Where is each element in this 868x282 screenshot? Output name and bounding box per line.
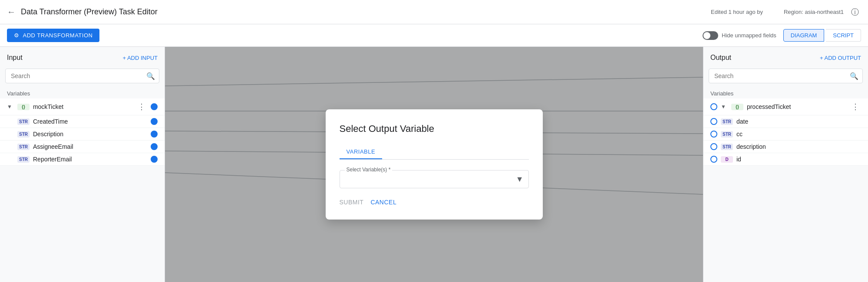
output-child-connector-2[interactable] (710, 143, 717, 150)
child-connector-1[interactable] (151, 131, 158, 138)
modal-tab-bar: VARIABLE (340, 145, 529, 160)
region-label: Region: asia-northeast1 (784, 9, 844, 15)
child-var-main: STR AssigneeEmail (17, 143, 147, 150)
modal-overlay: Select Output Variable VARIABLE Select V… (165, 47, 703, 282)
diagram-button[interactable]: DIAGRAM (783, 29, 825, 42)
back-button[interactable]: ← (7, 7, 16, 17)
output-child-vars: STR date STR cc STR description (703, 115, 868, 166)
child-var-type: STR (17, 144, 30, 150)
list-item: STR ReporterEmail (0, 153, 165, 166)
cancel-button[interactable]: CANCEL (370, 199, 396, 206)
list-item: D id (703, 153, 868, 166)
child-var-main: STR ReporterEmail (17, 156, 147, 163)
input-search-input[interactable] (5, 69, 159, 83)
root-var-type: {} (17, 104, 30, 110)
root-var-name: mockTicket (33, 103, 63, 110)
child-connector-2[interactable] (151, 143, 158, 150)
variable-field-group: Select Variable(s) * ▼ (340, 170, 529, 188)
view-toggle: DIAGRAM SCRIPT (783, 29, 861, 42)
output-child-main: D id (721, 156, 861, 163)
script-button[interactable]: SCRIPT (826, 29, 861, 42)
child-var-main: STR CreatedTime (17, 118, 147, 125)
info-button[interactable]: ⓘ (849, 6, 861, 18)
output-child-connector-0[interactable] (710, 118, 717, 125)
output-root-var-main: ▼ {} processedTicket (721, 103, 850, 110)
main-content: Input + ADD INPUT 🔍 Variables ▼ {} mockT… (0, 47, 868, 282)
toggle-knob (703, 32, 710, 39)
output-child-name: cc (736, 131, 743, 138)
output-root-name: processedTicket (747, 103, 791, 110)
input-variables-label: Variables (0, 87, 165, 98)
output-search-box: 🔍 (709, 69, 863, 83)
output-root-more-button[interactable]: ⋮ (850, 101, 861, 112)
output-child-type: D (721, 156, 733, 163)
modal-dialog: Select Output Variable VARIABLE Select V… (326, 109, 543, 220)
add-output-button[interactable]: + ADD OUTPUT (820, 55, 861, 61)
output-child-name: date (736, 118, 748, 125)
add-transformation-button[interactable]: ⚙ ADD TRANSFORMATION (7, 29, 99, 42)
top-bar: ← Data Transformer (Preview) Task Editor… (0, 0, 868, 24)
child-var-name: ReporterEmail (33, 156, 72, 163)
add-input-button[interactable]: + ADD INPUT (122, 55, 158, 61)
root-var-connector[interactable] (151, 103, 158, 110)
list-item: STR cc (703, 128, 868, 141)
list-item: STR AssigneeEmail (0, 141, 165, 153)
collapse-arrow[interactable]: ▼ (7, 104, 12, 110)
input-panel-header: Input + ADD INPUT (0, 47, 165, 65)
list-item: STR Description (0, 128, 165, 141)
output-root-type: {} (731, 104, 743, 110)
collapse-arrow-right[interactable]: ▼ (721, 104, 726, 110)
submit-button[interactable]: SUBMIT (340, 199, 364, 206)
input-search-box: 🔍 (5, 69, 159, 83)
child-var-name: Description (33, 131, 63, 138)
center-area: Select Output Variable VARIABLE Select V… (165, 47, 703, 282)
input-root-var: ▼ {} mockTicket ⋮ (0, 98, 165, 115)
list-item: STR date (703, 115, 868, 128)
toolbar-right: Hide unmapped fields DIAGRAM SCRIPT (703, 29, 861, 42)
child-var-name: CreatedTime (33, 118, 68, 125)
input-root-var-main: ▼ {} mockTicket (7, 103, 136, 110)
child-connector-3[interactable] (151, 156, 158, 163)
child-var-name: AssigneeEmail (33, 143, 73, 150)
output-root-var: ▼ {} processedTicket ⋮ (703, 98, 868, 115)
output-variables-label: Variables (703, 87, 868, 98)
hide-unmapped-label: Hide unmapped fields (722, 32, 776, 39)
child-var-type: STR (17, 156, 30, 163)
input-panel: Input + ADD INPUT 🔍 Variables ▼ {} mockT… (0, 47, 165, 282)
hide-unmapped-toggle: Hide unmapped fields (703, 31, 776, 40)
output-panel-title: Output (710, 54, 731, 62)
back-icon: ← (7, 7, 16, 17)
output-root-connector[interactable] (710, 103, 717, 110)
field-label: Select Variable(s) * (345, 167, 393, 173)
toggle-switch[interactable] (703, 31, 718, 40)
child-var-main: STR Description (17, 131, 147, 138)
variable-select[interactable] (340, 170, 529, 188)
output-child-main: STR date (721, 118, 861, 125)
child-connector-0[interactable] (151, 118, 158, 125)
info-icon: ⓘ (851, 7, 859, 17)
output-child-main: STR description (721, 143, 861, 150)
child-var-type: STR (17, 131, 30, 138)
input-panel-title: Input (7, 54, 23, 62)
page-title: Data Transformer (Preview) Task Editor (21, 7, 366, 16)
output-child-type: STR (721, 118, 733, 125)
output-child-connector-3[interactable] (710, 156, 717, 163)
output-child-name: id (736, 156, 741, 163)
modal-actions: SUBMIT CANCEL (340, 199, 529, 206)
output-panel-header: Output + ADD OUTPUT (703, 47, 868, 65)
output-panel: Output + ADD OUTPUT 🔍 Variables ▼ {} pro… (703, 47, 868, 282)
modal-title: Select Output Variable (340, 123, 529, 134)
output-child-connector-1[interactable] (710, 131, 717, 138)
search-icon-right: 🔍 (850, 72, 858, 80)
edited-meta: Edited 1 hour ago by (711, 9, 763, 15)
output-child-type: STR (721, 131, 733, 138)
search-icon-left: 🔍 (146, 72, 155, 80)
output-child-main: STR cc (721, 131, 861, 138)
root-var-more-button[interactable]: ⋮ (136, 101, 147, 112)
child-var-type: STR (17, 118, 30, 125)
toolbar: ⚙ ADD TRANSFORMATION Hide unmapped field… (0, 24, 868, 47)
add-transformation-label: ADD TRANSFORMATION (23, 32, 93, 39)
tab-variable[interactable]: VARIABLE (340, 145, 383, 159)
gear-icon: ⚙ (14, 32, 20, 39)
output-search-input[interactable] (709, 69, 863, 83)
